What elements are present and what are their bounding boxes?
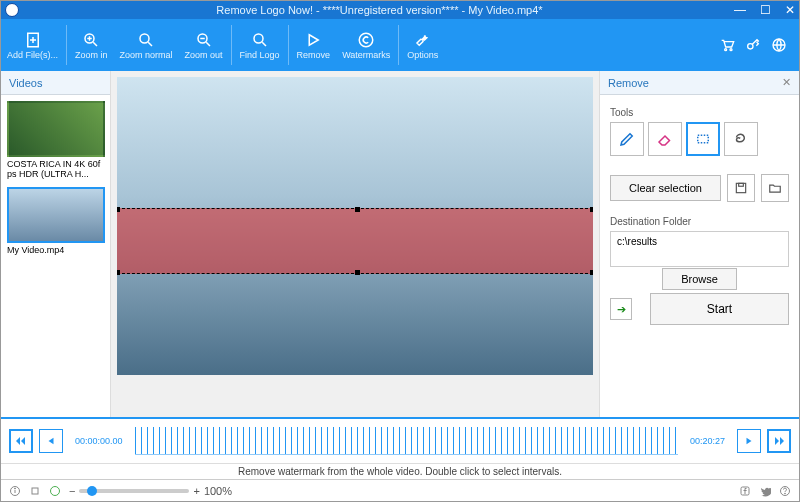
destination-label: Destination Folder (610, 216, 789, 227)
destination-path: c:\results (610, 231, 789, 267)
prev-icon (46, 436, 56, 446)
info-icon[interactable] (9, 485, 21, 497)
twitter-icon[interactable] (759, 485, 771, 497)
timeline-hint: Remove watermark from the whole video. D… (1, 463, 799, 479)
start-button[interactable]: Start (650, 293, 789, 325)
zoom-value: 100% (204, 485, 232, 497)
skip-back-icon (15, 435, 27, 447)
zoom-normal-button[interactable]: Zoom normal (114, 19, 179, 71)
pencil-icon (618, 130, 636, 148)
clear-selection-button[interactable]: Clear selection (610, 175, 721, 201)
main-area: Videos COSTA RICA IN 4K 60fps HDR (ULTRA… (1, 71, 799, 417)
video-canvas[interactable] (117, 77, 593, 375)
status-bar: − + 100% (1, 479, 799, 501)
minimize-button[interactable]: — (734, 3, 746, 17)
svg-point-17 (730, 49, 732, 51)
svg-point-18 (748, 44, 753, 49)
zoom-in-button[interactable]: Zoom in (69, 19, 114, 71)
add-file-icon (24, 31, 42, 49)
thumbnail-image (7, 101, 105, 157)
thumbnail-image (7, 187, 105, 243)
svg-point-30 (785, 493, 786, 494)
video-thumb[interactable]: COSTA RICA IN 4K 60fps HDR (ULTRA H... (7, 101, 104, 179)
selection-rect[interactable] (117, 208, 593, 274)
save-icon (734, 181, 748, 195)
svg-line-4 (94, 42, 98, 46)
zoom-in-icon (82, 31, 100, 49)
svg-rect-22 (739, 183, 744, 186)
step-forward-button[interactable] (737, 429, 761, 453)
main-toolbar: Add File(s)... Zoom in Zoom normal Zoom … (1, 19, 799, 71)
svg-rect-20 (698, 135, 709, 143)
svg-line-8 (148, 42, 152, 46)
svg-rect-21 (736, 183, 745, 192)
close-panel-icon[interactable]: ✕ (782, 76, 791, 89)
seek-start-button[interactable] (9, 429, 33, 453)
svg-point-16 (725, 49, 727, 51)
facebook-icon[interactable] (739, 485, 751, 497)
cart-icon[interactable] (719, 37, 735, 53)
skip-forward-icon (773, 435, 785, 447)
svg-point-27 (51, 486, 60, 495)
seek-end-button[interactable] (767, 429, 791, 453)
svg-point-15 (359, 33, 373, 47)
time-left: 00:00:00.00 (75, 436, 123, 446)
zoom-plus-icon[interactable]: + (193, 485, 199, 497)
app-logo-icon (5, 3, 19, 17)
remove-panel: Remove ✕ Tools Clear selection Destinati… (599, 71, 799, 417)
share-icon[interactable] (49, 485, 61, 497)
start-arrow-icon: ➔ (610, 298, 632, 320)
eraser-tool[interactable] (648, 122, 682, 156)
load-selection-button[interactable] (761, 174, 789, 202)
rectangle-icon (694, 130, 712, 148)
help-icon[interactable] (779, 485, 791, 497)
maximize-button[interactable]: ☐ (760, 3, 771, 17)
window-title: Remove Logo Now! - ****Unregistered vers… (25, 4, 734, 16)
zoom-out-button[interactable]: Zoom out (179, 19, 229, 71)
thumbnail-caption: COSTA RICA IN 4K 60fps HDR (ULTRA H... (7, 159, 104, 179)
eraser-icon (656, 130, 674, 148)
svg-line-13 (262, 42, 266, 46)
timeline-ruler[interactable] (135, 427, 678, 455)
svg-point-7 (140, 34, 149, 43)
zoom-minus-icon[interactable]: − (69, 485, 75, 497)
lasso-icon (732, 130, 750, 148)
folder-icon (768, 181, 782, 195)
close-button[interactable]: ✕ (785, 3, 795, 17)
svg-rect-26 (32, 488, 38, 494)
save-selection-button[interactable] (727, 174, 755, 202)
zoom-out-icon (195, 31, 213, 49)
find-logo-button[interactable]: Find Logo (234, 19, 286, 71)
key-icon[interactable] (745, 37, 761, 53)
preview-area (111, 71, 599, 417)
zoom-slider[interactable] (79, 489, 189, 493)
videos-panel: Videos COSTA RICA IN 4K 60fps HDR (ULTRA… (1, 71, 111, 417)
search-icon (251, 31, 269, 49)
marker-tool[interactable] (610, 122, 644, 156)
time-right: 00:20:27 (690, 436, 725, 446)
browse-button[interactable]: Browse (662, 268, 737, 290)
zoom-normal-icon (137, 31, 155, 49)
watermarks-button[interactable]: Watermarks (336, 19, 396, 71)
step-back-button[interactable] (39, 429, 63, 453)
tools-label: Tools (610, 107, 789, 118)
svg-marker-14 (310, 34, 319, 45)
title-bar: Remove Logo Now! - ****Unregistered vers… (1, 1, 799, 19)
svg-point-25 (15, 488, 16, 489)
add-files-button[interactable]: Add File(s)... (1, 19, 64, 71)
rectangle-tool[interactable] (686, 122, 720, 156)
crop-icon[interactable] (29, 485, 41, 497)
videos-panel-title: Videos (9, 77, 42, 89)
freeform-tool[interactable] (724, 122, 758, 156)
zoom-control[interactable]: − + 100% (69, 485, 232, 497)
remove-button[interactable]: Remove (291, 19, 337, 71)
globe-icon[interactable] (771, 37, 787, 53)
remove-panel-title: Remove (608, 77, 649, 89)
play-icon (304, 31, 322, 49)
svg-line-10 (206, 42, 210, 46)
svg-point-12 (254, 34, 263, 43)
options-button[interactable]: Options (401, 19, 444, 71)
next-icon (744, 436, 754, 446)
video-thumb[interactable]: My Video.mp4 (7, 187, 104, 255)
copyright-icon (357, 31, 375, 49)
